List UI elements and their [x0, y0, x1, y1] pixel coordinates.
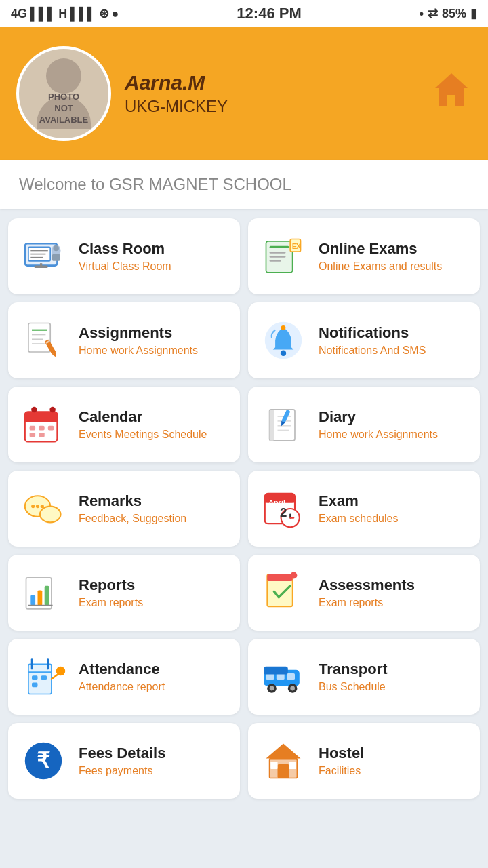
- card-fees[interactable]: ₹ Fees Details Fees payments: [8, 723, 240, 799]
- svg-point-51: [40, 507, 61, 523]
- svg-point-36: [49, 407, 56, 413]
- card-subtitle-calendar: Events Meetings Schedule: [79, 429, 207, 441]
- card-subtitle-assessments: Exam reports: [319, 597, 415, 609]
- card-text-exam: Exam Exam schedules: [319, 492, 398, 525]
- card-exam[interactable]: April 2 Exam Exam schedules: [248, 471, 480, 547]
- avatar: PHOTONOTAVAILABLE: [16, 46, 111, 141]
- svg-rect-75: [32, 675, 38, 680]
- card-hostel[interactable]: Hostel Facilities: [248, 723, 480, 799]
- card-subtitle-attendance: Attendance report: [79, 681, 165, 693]
- card-classroom[interactable]: Class Room Virtual Class Room: [8, 218, 240, 294]
- card-icon-exam: April 2: [259, 484, 308, 533]
- card-transport[interactable]: Transport Bus Schedule: [248, 639, 480, 715]
- card-subtitle-diary: Home work Assignments: [319, 429, 438, 441]
- card-title-classroom: Class Room: [79, 240, 171, 258]
- card-attendance[interactable]: Attendance Attendance report: [8, 639, 240, 715]
- card-text-calendar: Calendar Events Meetings Schedule: [79, 408, 207, 441]
- svg-rect-39: [48, 426, 54, 431]
- card-title-fees: Fees Details: [79, 745, 165, 762]
- svg-rect-17: [270, 260, 281, 262]
- card-subtitle-notifications: Notifications And SMS: [319, 344, 426, 357]
- status-left: 4G ▌▌▌ H ▌▌▌ ⊛ ●: [11, 6, 119, 21]
- svg-rect-76: [41, 675, 47, 680]
- card-subtitle-assignments: Home work Assignments: [79, 344, 198, 357]
- header-info: Aarna.M UKG-MICKEY: [125, 71, 228, 116]
- svg-text:2: 2: [280, 505, 287, 519]
- card-subtitle-online-exams: Online Exams and results: [319, 260, 442, 273]
- user-class: UKG-MICKEY: [125, 97, 228, 116]
- card-title-reports: Reports: [79, 576, 143, 594]
- header: PHOTONOTAVAILABLE Aarna.M UKG-MICKEY: [0, 27, 488, 160]
- card-text-notifications: Notifications Notifications And SMS: [319, 324, 426, 357]
- card-title-hostel: Hostel: [319, 745, 364, 762]
- card-icon-calendar: [19, 400, 68, 449]
- svg-text:₹: ₹: [37, 749, 50, 772]
- card-title-transport: Transport: [319, 660, 387, 678]
- card-icon-classroom: [19, 232, 68, 281]
- card-text-online-exams: Online Exams Online Exams and results: [319, 240, 442, 273]
- svg-rect-83: [287, 673, 295, 680]
- svg-point-30: [281, 350, 287, 356]
- whatsapp-icon: ●: [112, 7, 119, 21]
- card-subtitle-hostel: Facilities: [319, 765, 364, 777]
- svg-point-53: [36, 505, 39, 508]
- card-reports[interactable]: Reports Exam reports: [8, 555, 240, 631]
- card-title-exam: Exam: [319, 492, 398, 510]
- card-title-notifications: Notifications: [319, 324, 426, 342]
- svg-marker-91: [266, 744, 301, 759]
- svg-point-79: [56, 667, 66, 676]
- user-name: Aarna.M: [125, 71, 228, 94]
- svg-point-70: [290, 572, 297, 578]
- home-icon[interactable]: [431, 69, 472, 118]
- svg-point-31: [281, 326, 286, 330]
- svg-point-35: [31, 407, 37, 413]
- svg-point-86: [270, 686, 274, 691]
- svg-rect-40: [30, 433, 36, 437]
- card-icon-remarks: [19, 484, 68, 533]
- svg-rect-34: [25, 418, 58, 422]
- status-bar: 4G ▌▌▌ H ▌▌▌ ⊛ ● 12:46 PM • ⇄ 85% ▮: [0, 0, 488, 27]
- welcome-bar: Welcome to GSR MAGNET SCHOOL: [0, 160, 488, 209]
- card-online-exams[interactable]: E X Online Exams Online Exams and result…: [248, 218, 480, 294]
- svg-rect-21: [28, 323, 50, 353]
- card-subtitle-transport: Bus Schedule: [319, 681, 387, 693]
- svg-rect-38: [39, 426, 44, 431]
- header-left: PHOTONOTAVAILABLE Aarna.M UKG-MICKEY: [16, 46, 228, 141]
- svg-rect-12: [40, 263, 42, 268]
- card-icon-fees: ₹: [19, 736, 68, 785]
- card-title-attendance: Attendance: [79, 660, 165, 678]
- card-assessments[interactable]: Assessments Exam reports: [248, 555, 480, 631]
- card-calendar[interactable]: Calendar Events Meetings Schedule: [8, 387, 240, 462]
- svg-rect-16: [270, 256, 286, 258]
- wifi-icon: ⇄: [428, 6, 438, 21]
- status-right: • ⇄ 85% ▮: [420, 6, 477, 21]
- card-remarks[interactable]: Remarks Feedback, Suggestion: [8, 471, 240, 547]
- card-subtitle-fees: Fees payments: [79, 765, 165, 777]
- card-assignments[interactable]: Assignments Home work Assignments: [8, 302, 240, 378]
- svg-rect-69: [267, 574, 292, 581]
- svg-rect-14: [270, 246, 289, 248]
- card-text-classroom: Class Room Virtual Class Room: [79, 240, 171, 273]
- card-icon-reports: [19, 568, 68, 617]
- svg-point-88: [290, 686, 295, 691]
- svg-text:X: X: [296, 242, 302, 250]
- card-grid: Class Room Virtual Class Room E X Online…: [0, 210, 488, 807]
- svg-rect-37: [30, 426, 36, 431]
- card-text-hostel: Hostel Facilities: [319, 745, 364, 777]
- svg-point-54: [41, 505, 44, 508]
- card-title-remarks: Remarks: [79, 492, 186, 510]
- svg-rect-66: [45, 586, 49, 606]
- bluetooth-status: •: [420, 7, 424, 21]
- svg-point-52: [31, 505, 35, 508]
- card-icon-online-exams: E X: [259, 232, 308, 281]
- svg-rect-64: [30, 595, 35, 605]
- card-diary[interactable]: Diary Home work Assignments: [248, 387, 480, 462]
- card-text-assignments: Assignments Home work Assignments: [79, 324, 198, 357]
- avatar-head-shape: [46, 58, 81, 94]
- card-notifications[interactable]: Notifications Notifications And SMS: [248, 302, 480, 378]
- card-subtitle-exam: Exam schedules: [319, 513, 398, 525]
- card-text-reports: Reports Exam reports: [79, 576, 143, 609]
- card-text-attendance: Attendance Attendance report: [79, 660, 165, 693]
- card-subtitle-remarks: Feedback, Suggestion: [79, 513, 186, 525]
- svg-rect-15: [270, 252, 286, 254]
